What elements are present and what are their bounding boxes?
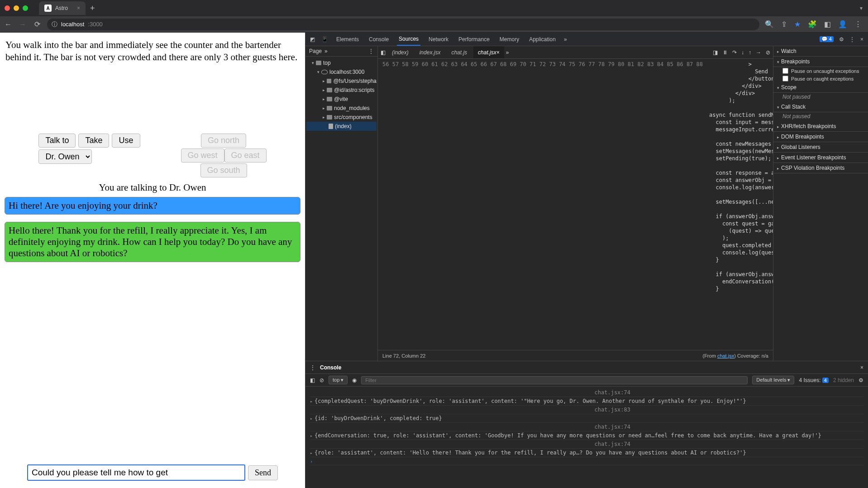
- section-xhr[interactable]: ▸XHR/fetch Breakpoints: [773, 121, 868, 132]
- tabstrip-dropdown-icon[interactable]: ▾: [860, 5, 863, 11]
- console-sidebar-icon[interactable]: ◧: [310, 377, 315, 383]
- new-tab-button[interactable]: +: [86, 4, 100, 13]
- console-filter[interactable]: [361, 376, 748, 384]
- clear-console-icon[interactable]: ⊘: [320, 377, 324, 383]
- section-callstack[interactable]: ▾Call Stack: [773, 102, 868, 112]
- panel-menu-icon[interactable]: ⋮: [368, 48, 374, 54]
- chat-input[interactable]: [27, 464, 245, 481]
- tree-top[interactable]: ▾top: [306, 58, 377, 67]
- reload-button[interactable]: ⟳: [33, 20, 42, 29]
- console-log-row[interactable]: chat.jsx:74: [310, 388, 863, 397]
- bookmark-icon[interactable]: ★: [794, 20, 801, 29]
- file-tab-index[interactable]: (index): [387, 46, 413, 58]
- tab-performance[interactable]: Performance: [457, 33, 491, 46]
- pause-uncaught-checkbox[interactable]: Pause on uncaught exceptions: [773, 67, 868, 75]
- more-icon[interactable]: »: [324, 48, 328, 54]
- go-south-button[interactable]: Go south: [200, 163, 247, 177]
- close-icon[interactable]: ×: [496, 49, 500, 56]
- source-link[interactable]: chat.jsx: [717, 353, 734, 359]
- step-out-icon[interactable]: ↑: [749, 49, 751, 56]
- log-levels[interactable]: Default levels ▾: [752, 376, 794, 384]
- section-watch[interactable]: ▸Watch: [773, 46, 868, 57]
- console-settings-icon[interactable]: ⚙: [858, 377, 863, 383]
- window-close-dot[interactable]: [5, 5, 10, 11]
- chrome-menu-icon[interactable]: ⋮: [854, 20, 862, 29]
- console-log-row[interactable]: ▸{endConversation: true, role: 'assistan…: [310, 431, 863, 440]
- file-tab-chatjsx[interactable]: chat.jsx ×: [473, 46, 504, 58]
- file-tab-indexjsx[interactable]: index.jsx: [415, 46, 445, 58]
- step-over-icon[interactable]: ↷: [732, 49, 737, 56]
- console-menu-icon[interactable]: ⋮: [310, 364, 315, 371]
- tab-close-icon[interactable]: ×: [77, 5, 80, 11]
- settings-icon[interactable]: ⚙: [839, 36, 844, 43]
- issues-badge[interactable]: 💬 4: [820, 36, 834, 42]
- section-evt[interactable]: ▸Event Listener Breakpoints: [773, 153, 868, 163]
- tree-host[interactable]: ▾localhost:3000: [306, 67, 377, 77]
- tree-vite[interactable]: ▸@vite: [306, 95, 377, 104]
- live-expression-icon[interactable]: ◉: [352, 377, 357, 383]
- tree-index-file[interactable]: (index): [306, 122, 377, 131]
- toggle-right-pane-icon[interactable]: ◨: [713, 49, 718, 56]
- console-log-row[interactable]: chat.jsx:74: [310, 423, 863, 431]
- take-button[interactable]: Take: [78, 134, 109, 148]
- site-info-icon[interactable]: ⓘ: [52, 20, 57, 29]
- send-button[interactable]: Send: [248, 465, 278, 480]
- devtools-menu-icon[interactable]: ⋮: [849, 36, 855, 43]
- section-csp[interactable]: ▸CSP Violation Breakpoints: [773, 163, 868, 173]
- section-scope[interactable]: ▾Scope: [773, 82, 868, 93]
- forward-button[interactable]: →: [18, 20, 27, 29]
- console-issues[interactable]: 4 Issues: 4: [799, 377, 829, 383]
- extensions-icon[interactable]: 🧩: [808, 20, 817, 29]
- toggle-sidebar-icon[interactable]: ◧: [381, 49, 386, 56]
- window-max-dot[interactable]: [23, 5, 28, 11]
- tab-elements[interactable]: Elements: [334, 33, 361, 46]
- go-east-button[interactable]: Go east: [224, 148, 267, 163]
- more-file-tabs-icon[interactable]: »: [506, 49, 509, 56]
- search-icon[interactable]: 🔍: [765, 20, 774, 29]
- device-toolbar-icon[interactable]: 📱: [321, 36, 328, 43]
- tree-fs[interactable]: ▸@fs/Users/stepha: [306, 77, 377, 86]
- console-log-row[interactable]: chat.jsx:83: [310, 406, 863, 414]
- share-icon[interactable]: ⇪: [781, 20, 787, 29]
- console-log-row[interactable]: chat.jsx:74: [310, 440, 863, 449]
- tree-node[interactable]: ▸node_modules: [306, 104, 377, 113]
- section-listeners[interactable]: ▸Global Listeners: [773, 142, 868, 153]
- editor-code[interactable]: > Send </button> </div> </div> ); async …: [706, 59, 773, 350]
- character-select[interactable]: Dr. Owen: [38, 149, 92, 164]
- pause-caught-checkbox[interactable]: Pause on caught exceptions: [773, 75, 868, 82]
- tree-astro[interactable]: ▸@id/astro:scripts: [306, 86, 377, 95]
- deactivate-breakpoints-icon[interactable]: ⊘: [766, 49, 770, 56]
- profile-icon[interactable]: 👤: [838, 20, 847, 29]
- console-log-row[interactable]: ▸{id: 'buyDrOwenDrink', completed: true}: [310, 414, 863, 423]
- back-button[interactable]: ←: [4, 20, 13, 29]
- talk-to-button[interactable]: Talk to: [38, 134, 76, 148]
- console-prompt[interactable]: ›: [310, 457, 863, 465]
- use-button[interactable]: Use: [112, 134, 140, 148]
- tree-src[interactable]: ▸src/components: [306, 113, 377, 122]
- file-tab-chatjs[interactable]: chat.js: [447, 46, 472, 58]
- tab-console[interactable]: Console: [367, 33, 391, 46]
- tab-application[interactable]: Application: [527, 33, 558, 46]
- tab-network[interactable]: Network: [427, 33, 450, 46]
- window-min-dot[interactable]: [14, 5, 19, 11]
- tab-sources[interactable]: Sources: [397, 33, 420, 46]
- step-icon[interactable]: →: [756, 49, 761, 56]
- tab-memory[interactable]: Memory: [498, 33, 521, 46]
- section-dom[interactable]: ▸DOM Breakpoints: [773, 132, 868, 142]
- step-into-icon[interactable]: ↓: [741, 49, 744, 56]
- go-west-button[interactable]: Go west: [181, 148, 224, 163]
- pause-icon[interactable]: ⏸: [722, 49, 728, 56]
- page-label[interactable]: Page: [309, 48, 322, 54]
- console-log-row[interactable]: ▸{role: 'assistant', content: 'Hello the…: [310, 449, 863, 457]
- console-log-row[interactable]: ▸{completedQuest: 'buyDrOwenDrink', role…: [310, 397, 863, 406]
- section-breakpoints[interactable]: ▾Breakpoints: [773, 57, 868, 67]
- url-field[interactable]: ⓘ localhost:3000: [47, 19, 759, 30]
- devtools-close-icon[interactable]: ×: [860, 36, 863, 43]
- sidepanel-icon[interactable]: ◧: [824, 20, 831, 29]
- browser-tab[interactable]: A Astro ×: [39, 1, 86, 15]
- inspect-element-icon[interactable]: ◩: [310, 36, 315, 43]
- more-tabs-icon[interactable]: »: [564, 36, 567, 43]
- console-close-icon[interactable]: ×: [860, 364, 863, 371]
- context-selector[interactable]: top ▾: [329, 376, 348, 384]
- go-north-button[interactable]: Go north: [201, 134, 246, 148]
